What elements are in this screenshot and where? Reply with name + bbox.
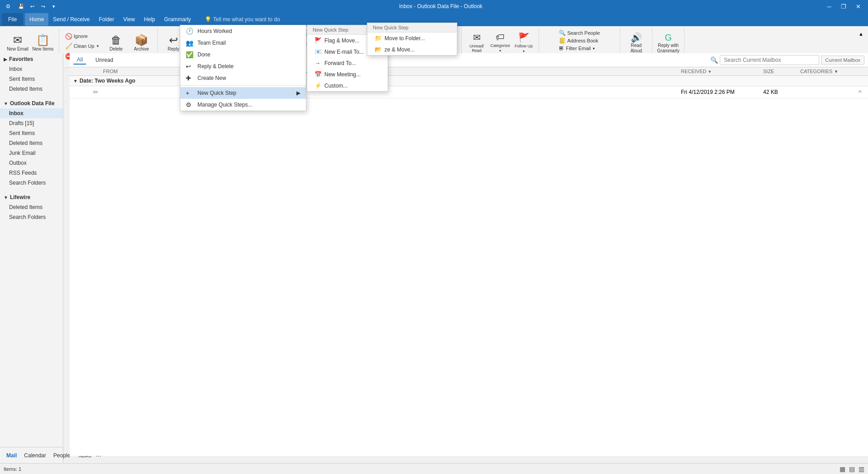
archive-icon: 📦: [135, 35, 148, 46]
read-aloud-label: Read Aloud: [625, 43, 647, 54]
save-quick-btn[interactable]: 💾: [16, 1, 26, 11]
qs-done-label: Done: [197, 51, 211, 58]
new-meeting-icon: 📅: [314, 71, 322, 78]
from-label: FROM: [103, 69, 117, 74]
forward-to-icon: →: [314, 60, 322, 66]
qs-new-arrow: ▶: [296, 90, 300, 96]
outlook-data-file-header[interactable]: ▼ Outlook Data File: [0, 98, 63, 108]
menu-send-receive[interactable]: Send / Receive: [48, 13, 94, 26]
sidebar-collapse-btn[interactable]: ◀: [63, 56, 63, 66]
single-view-btn[interactable]: ▤: [849, 465, 855, 473]
restore-btn[interactable]: ❐: [837, 0, 850, 13]
quick-access-toolbar: 💾 ↩ ↪ ▾: [16, 1, 59, 11]
col-received-header[interactable]: RECEIVED ▼: [681, 69, 762, 74]
search-people-label[interactable]: Search People: [567, 30, 600, 36]
menu-file[interactable]: File: [2, 13, 23, 26]
filter-all[interactable]: All: [73, 56, 86, 65]
filter-email-arrow: ▾: [593, 46, 595, 51]
ze-move[interactable]: 📂 ze & Move...: [367, 44, 457, 55]
cleanup-arrow: ▾: [97, 44, 99, 48]
menu-folder[interactable]: Folder: [94, 13, 119, 26]
qs-team-icon: 👥: [186, 39, 194, 46]
lifewire-chevron: ▼: [4, 195, 8, 200]
menu-help[interactable]: Help: [140, 13, 160, 26]
sidebar-favorites-inbox[interactable]: Inbox: [0, 64, 63, 74]
email-received-col: Fri 4/12/2019 2:26 PM: [681, 89, 762, 95]
filter-email-icon: ⛨: [559, 45, 564, 51]
sidebar: ◀ ▶ Favorites Inbox Sent Items Deleted I…: [0, 53, 63, 456]
filter-email-label[interactable]: Filter Email: [566, 46, 591, 51]
filter-dropdown-icon: ▼: [834, 69, 838, 74]
tell-me-input[interactable]: [213, 16, 295, 23]
filter-unread[interactable]: Unread: [92, 56, 117, 64]
sidebar-rss[interactable]: RSS Feeds: [0, 168, 63, 178]
new-email-button[interactable]: ✉ New Email: [5, 30, 30, 57]
sidebar-favorites-sent[interactable]: Sent Items: [0, 74, 63, 84]
qs-new-quick-step[interactable]: + New Quick Step ▶: [180, 87, 306, 99]
nav-mail[interactable]: Mail: [4, 451, 19, 460]
menu-view[interactable]: View: [119, 13, 140, 26]
archive-button[interactable]: 📦 Archive: [129, 30, 154, 57]
sidebar-deleted[interactable]: Deleted Items: [0, 138, 63, 148]
ignore-button[interactable]: 🚫 Ignore: [63, 32, 101, 41]
ribbon-minimize-btn[interactable]: ▲: [856, 30, 866, 38]
menu-grammarly[interactable]: Grammarly: [160, 13, 195, 26]
reply-grammarly-button[interactable]: G Reply with Grammarly: [656, 30, 680, 57]
flag-move-icon: 🚩: [314, 37, 322, 44]
menu-home[interactable]: Home: [25, 13, 48, 26]
sidebar-drafts[interactable]: Drafts [15]: [0, 118, 63, 128]
sidebar-outbox[interactable]: Outbox: [0, 158, 63, 168]
qs-manage[interactable]: ⚙ Manage Quick Steps...: [180, 99, 306, 111]
qs-new-label: New Quick Step: [197, 90, 236, 96]
favorites-label: Favorites: [9, 56, 33, 62]
window-controls: ─ ❐ ✕: [823, 0, 864, 13]
compact-view-btn[interactable]: ▦: [840, 465, 845, 473]
qs-done[interactable]: ✅ Done: [180, 49, 306, 60]
close-btn[interactable]: ✕: [852, 0, 864, 13]
address-book-label[interactable]: Address Book: [567, 38, 598, 43]
reply-label: Reply: [168, 46, 179, 52]
categories-label: CATEGORIES: [800, 69, 832, 74]
qa-dropdown-btn[interactable]: ▾: [49, 1, 59, 11]
col-size-header[interactable]: SIZE: [763, 69, 799, 74]
qs-reply-delete[interactable]: ↩ Reply & Delete: [180, 60, 306, 72]
sidebar-sent[interactable]: Sent Items: [0, 128, 63, 138]
move-to-submenu: New Quick Step 📁 Move to Folder... 📂 ze …: [367, 23, 457, 56]
odf-chevron: ▼: [4, 101, 8, 106]
email-row-flag: ⚑: [858, 89, 863, 95]
qs-team-email[interactable]: 👥 Team Email: [180, 37, 306, 49]
sidebar-search-folders[interactable]: Search Folders: [0, 178, 63, 188]
unread-read-button[interactable]: ✉ Unread/ Read: [465, 30, 488, 56]
col-categories-header[interactable]: CATEGORIES ▼: [800, 69, 854, 74]
sidebar-lifewire-search[interactable]: Search Folders: [0, 212, 63, 222]
sidebar-favorites-deleted[interactable]: Deleted Items: [0, 84, 63, 94]
nqs-custom[interactable]: ⚡ Custom...: [307, 80, 388, 91]
categorize-button[interactable]: 🏷 Categorize ▾: [489, 30, 511, 56]
move-to-folder[interactable]: 📁 Move to Folder...: [367, 33, 457, 44]
read-aloud-button[interactable]: 🔊 Read Aloud: [624, 30, 648, 57]
minimize-btn[interactable]: ─: [823, 0, 835, 13]
nqs-forward-to[interactable]: → Forward To...: [307, 57, 388, 69]
search-mailbox-input[interactable]: [720, 55, 819, 65]
search-mailbox-icon: 🔍: [710, 56, 718, 64]
qs-create-new[interactable]: ✚ Create New: [180, 72, 306, 84]
delete-button[interactable]: 🗑 Delete: [104, 30, 128, 57]
sidebar-junk[interactable]: Junk Email: [0, 148, 63, 158]
redo-quick-btn[interactable]: ↪: [38, 1, 48, 11]
lifewire-header[interactable]: ▼ Lifewire: [0, 191, 63, 202]
nqs-new-meeting[interactable]: 📅 New Meeting...: [307, 69, 388, 80]
follow-up-button[interactable]: 🚩 Follow Up ▾: [512, 30, 535, 56]
search-people-area: 🔍 Search People: [559, 30, 600, 36]
qs-hours-worked[interactable]: 🕐 Hours Worked: [180, 25, 306, 37]
search-scope-label[interactable]: Current Mailbox: [821, 56, 864, 65]
status-items-count: Items: 1: [4, 466, 21, 472]
undo-quick-btn[interactable]: ↩: [27, 1, 37, 11]
nav-calendar[interactable]: Calendar: [21, 451, 49, 460]
preview-view-btn[interactable]: ▥: [859, 465, 864, 473]
sidebar-inbox[interactable]: Inbox: [0, 108, 63, 118]
spacer2: [0, 188, 63, 191]
favorites-header[interactable]: ▶ Favorites: [0, 53, 63, 64]
cleanup-button[interactable]: 🧹 Clean Up ▾: [63, 42, 101, 51]
sidebar-lifewire-deleted[interactable]: Deleted Items: [0, 202, 63, 212]
new-items-button[interactable]: 📋 New Items: [31, 30, 55, 57]
